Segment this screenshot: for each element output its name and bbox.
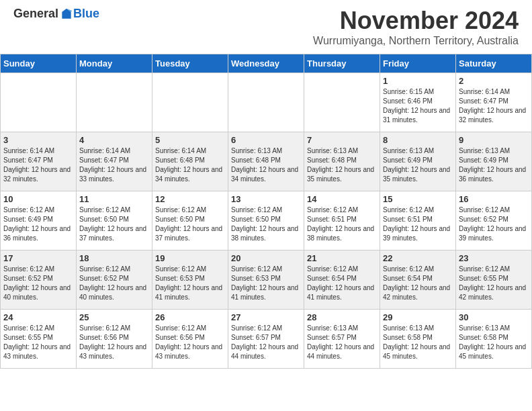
- month-title: November 2024: [313, 7, 519, 35]
- calendar-cell: 1Sunrise: 6:15 AM Sunset: 6:46 PM Daylig…: [380, 73, 456, 132]
- calendar-cell: 12Sunrise: 6:12 AM Sunset: 6:50 PM Dayli…: [152, 191, 228, 250]
- day-info: Sunrise: 6:12 AM Sunset: 6:52 PM Dayligh…: [79, 265, 149, 302]
- calendar-cell: 22Sunrise: 6:12 AM Sunset: 6:54 PM Dayli…: [380, 250, 456, 310]
- calendar-cell: 26Sunrise: 6:12 AM Sunset: 6:56 PM Dayli…: [152, 310, 228, 369]
- day-number: 25: [79, 312, 149, 322]
- day-info: Sunrise: 6:12 AM Sunset: 6:53 PM Dayligh…: [231, 265, 301, 302]
- calendar-cell: 25Sunrise: 6:12 AM Sunset: 6:56 PM Dayli…: [77, 310, 152, 369]
- header-wednesday: Wednesday: [228, 54, 304, 73]
- location-title: Wurrumiyanga, Northern Territory, Austra…: [313, 35, 519, 47]
- day-info: Sunrise: 6:13 AM Sunset: 6:48 PM Dayligh…: [231, 146, 301, 184]
- header-saturday: Saturday: [456, 54, 532, 73]
- day-number: 2: [459, 76, 529, 86]
- day-number: 27: [231, 312, 301, 322]
- logo-general: General: [13, 7, 58, 21]
- calendar-cell: 9Sunrise: 6:13 AM Sunset: 6:49 PM Daylig…: [456, 132, 532, 191]
- day-number: 19: [155, 253, 225, 263]
- calendar-cell: 17Sunrise: 6:12 AM Sunset: 6:52 PM Dayli…: [1, 250, 77, 310]
- header-friday: Friday: [380, 54, 456, 73]
- calendar-cell: 28Sunrise: 6:13 AM Sunset: 6:57 PM Dayli…: [304, 310, 380, 369]
- day-number: 14: [307, 194, 377, 204]
- day-info: Sunrise: 6:12 AM Sunset: 6:52 PM Dayligh…: [3, 265, 73, 302]
- calendar: SundayMondayTuesdayWednesdayThursdayFrid…: [0, 54, 532, 369]
- day-info: Sunrise: 6:12 AM Sunset: 6:50 PM Dayligh…: [155, 205, 225, 243]
- header: General Blue November 2024 Wurrumiyanga,…: [0, 0, 532, 50]
- logo-blue: Blue: [73, 7, 99, 21]
- day-info: Sunrise: 6:12 AM Sunset: 6:52 PM Dayligh…: [459, 205, 529, 243]
- day-number: 4: [79, 135, 149, 145]
- day-info: Sunrise: 6:14 AM Sunset: 6:47 PM Dayligh…: [79, 146, 149, 184]
- day-number: 5: [155, 135, 225, 145]
- day-number: 24: [3, 312, 73, 322]
- day-info: Sunrise: 6:13 AM Sunset: 6:58 PM Dayligh…: [383, 324, 453, 361]
- calendar-cell: 18Sunrise: 6:12 AM Sunset: 6:52 PM Dayli…: [77, 250, 152, 310]
- calendar-cell: 20Sunrise: 6:12 AM Sunset: 6:53 PM Dayli…: [228, 250, 304, 310]
- header-monday: Monday: [77, 54, 152, 73]
- calendar-cell: [228, 73, 304, 132]
- day-info: Sunrise: 6:13 AM Sunset: 6:57 PM Dayligh…: [307, 324, 377, 361]
- calendar-cell: 23Sunrise: 6:12 AM Sunset: 6:55 PM Dayli…: [456, 250, 532, 310]
- logo-icon: [60, 7, 73, 21]
- day-info: Sunrise: 6:12 AM Sunset: 6:50 PM Dayligh…: [231, 205, 301, 243]
- day-number: 16: [459, 194, 529, 204]
- day-info: Sunrise: 6:12 AM Sunset: 6:56 PM Dayligh…: [79, 324, 149, 361]
- day-info: Sunrise: 6:12 AM Sunset: 6:56 PM Dayligh…: [155, 324, 225, 361]
- day-number: 30: [459, 312, 529, 322]
- calendar-cell: 27Sunrise: 6:12 AM Sunset: 6:57 PM Dayli…: [228, 310, 304, 369]
- calendar-week-4: 24Sunrise: 6:12 AM Sunset: 6:55 PM Dayli…: [1, 310, 532, 369]
- day-number: 17: [3, 253, 73, 263]
- day-number: 7: [307, 135, 377, 145]
- calendar-cell: 10Sunrise: 6:12 AM Sunset: 6:49 PM Dayli…: [1, 191, 77, 250]
- day-number: 13: [231, 194, 301, 204]
- day-info: Sunrise: 6:12 AM Sunset: 6:54 PM Dayligh…: [383, 265, 453, 302]
- day-info: Sunrise: 6:14 AM Sunset: 6:47 PM Dayligh…: [3, 146, 73, 184]
- calendar-cell: [152, 73, 228, 132]
- calendar-cell: 8Sunrise: 6:13 AM Sunset: 6:49 PM Daylig…: [380, 132, 456, 191]
- day-info: Sunrise: 6:14 AM Sunset: 6:48 PM Dayligh…: [155, 146, 225, 184]
- day-info: Sunrise: 6:13 AM Sunset: 6:49 PM Dayligh…: [459, 146, 529, 184]
- calendar-cell: 11Sunrise: 6:12 AM Sunset: 6:50 PM Dayli…: [77, 191, 152, 250]
- day-number: 18: [79, 253, 149, 263]
- day-info: Sunrise: 6:12 AM Sunset: 6:55 PM Dayligh…: [3, 324, 73, 361]
- day-number: 21: [307, 253, 377, 263]
- day-number: 28: [307, 312, 377, 322]
- day-info: Sunrise: 6:12 AM Sunset: 6:54 PM Dayligh…: [307, 265, 377, 302]
- day-number: 15: [383, 194, 453, 204]
- day-number: 1: [383, 76, 453, 86]
- day-info: Sunrise: 6:14 AM Sunset: 6:47 PM Dayligh…: [459, 87, 529, 125]
- calendar-cell: [1, 73, 77, 132]
- calendar-cell: 2Sunrise: 6:14 AM Sunset: 6:47 PM Daylig…: [456, 73, 532, 132]
- day-number: 22: [383, 253, 453, 263]
- header-thursday: Thursday: [304, 54, 380, 73]
- day-number: 29: [383, 312, 453, 322]
- day-info: Sunrise: 6:12 AM Sunset: 6:55 PM Dayligh…: [459, 265, 529, 302]
- calendar-cell: [77, 73, 152, 132]
- day-number: 10: [3, 194, 73, 204]
- day-number: 6: [231, 135, 301, 145]
- day-number: 8: [383, 135, 453, 145]
- day-number: 11: [79, 194, 149, 204]
- day-info: Sunrise: 6:12 AM Sunset: 6:49 PM Dayligh…: [3, 205, 73, 243]
- day-info: Sunrise: 6:15 AM Sunset: 6:46 PM Dayligh…: [383, 87, 453, 125]
- calendar-week-0: 1Sunrise: 6:15 AM Sunset: 6:46 PM Daylig…: [1, 73, 532, 132]
- logo: General Blue: [13, 7, 99, 21]
- calendar-week-2: 10Sunrise: 6:12 AM Sunset: 6:49 PM Dayli…: [1, 191, 532, 250]
- day-info: Sunrise: 6:12 AM Sunset: 6:51 PM Dayligh…: [307, 205, 377, 243]
- calendar-header-row: SundayMondayTuesdayWednesdayThursdayFrid…: [1, 54, 532, 73]
- calendar-cell: 7Sunrise: 6:13 AM Sunset: 6:48 PM Daylig…: [304, 132, 380, 191]
- day-number: 3: [3, 135, 73, 145]
- calendar-cell: 15Sunrise: 6:12 AM Sunset: 6:51 PM Dayli…: [380, 191, 456, 250]
- day-number: 20: [231, 253, 301, 263]
- calendar-week-3: 17Sunrise: 6:12 AM Sunset: 6:52 PM Dayli…: [1, 250, 532, 310]
- day-info: Sunrise: 6:12 AM Sunset: 6:51 PM Dayligh…: [383, 205, 453, 243]
- day-info: Sunrise: 6:12 AM Sunset: 6:50 PM Dayligh…: [79, 205, 149, 243]
- title-section: November 2024 Wurrumiyanga, Northern Ter…: [313, 7, 519, 47]
- calendar-cell: 29Sunrise: 6:13 AM Sunset: 6:58 PM Dayli…: [380, 310, 456, 369]
- header-sunday: Sunday: [1, 54, 77, 73]
- day-info: Sunrise: 6:13 AM Sunset: 6:48 PM Dayligh…: [307, 146, 377, 184]
- day-number: 12: [155, 194, 225, 204]
- calendar-cell: 19Sunrise: 6:12 AM Sunset: 6:53 PM Dayli…: [152, 250, 228, 310]
- calendar-cell: 5Sunrise: 6:14 AM Sunset: 6:48 PM Daylig…: [152, 132, 228, 191]
- day-info: Sunrise: 6:12 AM Sunset: 6:53 PM Dayligh…: [155, 265, 225, 302]
- calendar-cell: 14Sunrise: 6:12 AM Sunset: 6:51 PM Dayli…: [304, 191, 380, 250]
